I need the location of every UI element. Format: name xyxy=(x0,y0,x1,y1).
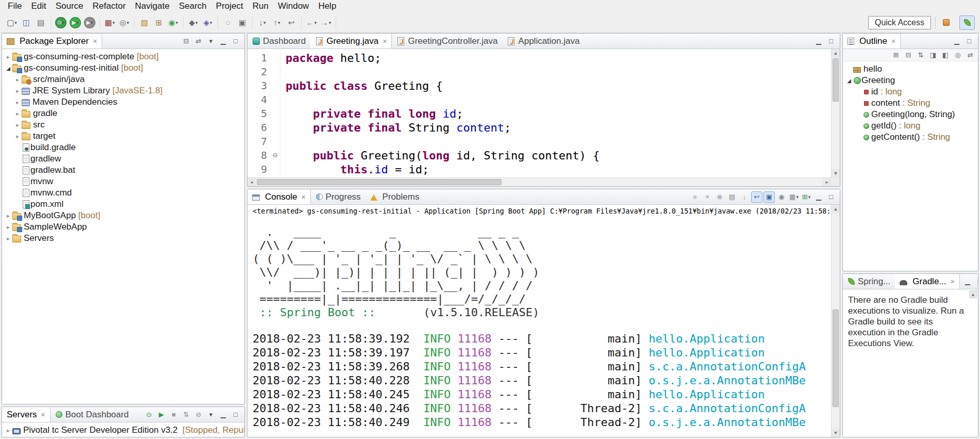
scroll-down-icon[interactable]: ▼ xyxy=(832,429,840,437)
expand-arrow-icon[interactable]: ▸ xyxy=(13,76,22,83)
tree-item[interactable]: ▸SampleWebApp xyxy=(2,221,244,233)
hide-static-icon[interactable]: ◧ xyxy=(940,50,951,61)
editor-horizontal-scrollbar[interactable]: ◂ ▸ xyxy=(247,177,831,186)
tree-item[interactable]: ▸JRE System Library [JavaSE-1.8] xyxy=(2,85,244,96)
menu-help[interactable]: Help xyxy=(313,1,341,12)
profile-button[interactable]: ▶▾ xyxy=(84,17,95,28)
scroll-up-icon[interactable]: ▲ xyxy=(832,205,840,213)
menu-window[interactable]: Window xyxy=(273,1,313,12)
expand-arrow-icon[interactable]: ◢ xyxy=(845,78,853,84)
collapse-all-icon[interactable]: ⊟ xyxy=(903,50,914,61)
tree-item[interactable]: ▸Pivotal tc Server Developer Edition v3.… xyxy=(2,425,244,436)
tab-spring[interactable]: Spring... xyxy=(843,274,895,289)
publish-icon[interactable]: ⇅ xyxy=(180,409,192,420)
remove-all-launches-icon[interactable]: ⊗ xyxy=(714,191,725,203)
debug-server-icon[interactable]: ⊙ xyxy=(143,409,155,420)
tree-item[interactable]: getId() : long xyxy=(843,120,978,132)
print-button[interactable]: ▤ xyxy=(34,16,47,29)
tree-item[interactable]: gradlew xyxy=(2,153,244,165)
hide-non-public-icon[interactable]: ◎ xyxy=(952,50,964,61)
scroll-lock-icon[interactable]: ↓ xyxy=(739,191,750,203)
close-icon[interactable]: × xyxy=(891,37,895,45)
menu-refactor[interactable]: Refactor xyxy=(88,1,130,12)
tab-greeting-java[interactable]: Greeting.java× xyxy=(310,34,392,48)
tab-greetingcontroller-java[interactable]: GreetingController.java xyxy=(392,34,502,48)
menu-file[interactable]: File xyxy=(3,1,26,12)
close-icon[interactable]: × xyxy=(383,37,387,45)
scrollbar-thumb[interactable] xyxy=(257,179,502,185)
scroll-up-icon[interactable]: ▲ xyxy=(969,290,977,298)
quick-access-input[interactable]: Quick Access xyxy=(868,16,931,29)
menu-search[interactable]: Search xyxy=(174,1,211,12)
scroll-left-icon[interactable]: ◂ xyxy=(247,178,256,186)
tab-application-java[interactable]: Application.java xyxy=(502,34,584,48)
sort-icon[interactable]: ⇅ xyxy=(915,50,926,61)
menu-source[interactable]: Source xyxy=(51,1,88,12)
scrollbar-thumb[interactable] xyxy=(833,58,839,102)
clean-icon[interactable]: ⊘ xyxy=(193,409,204,420)
tree-item[interactable]: ▸src/main/java xyxy=(2,74,244,85)
jar-button[interactable]: ◆▾ xyxy=(187,16,200,29)
new-wizard-button[interactable]: ▢▾ xyxy=(5,16,19,29)
tree-item[interactable]: pom.xml xyxy=(2,199,244,210)
run-button[interactable]: ▶▾ xyxy=(70,17,81,28)
external-tools-button[interactable]: ◎▾ xyxy=(118,16,131,29)
new-java-project-button[interactable]: ▨ xyxy=(138,16,151,29)
menu-navigate[interactable]: Navigate xyxy=(130,1,174,12)
expand-arrow-icon[interactable]: ▸ xyxy=(13,110,22,117)
scroll-right-icon[interactable]: ▸ xyxy=(823,178,831,186)
tree-item[interactable]: ▸Servers xyxy=(2,233,244,244)
scroll-up-icon[interactable]: ▲ xyxy=(832,49,840,57)
new-class-button[interactable]: ◉▾ xyxy=(167,16,180,29)
expand-arrow-icon[interactable]: ▸ xyxy=(4,54,12,60)
javaee-perspective-button[interactable] xyxy=(940,15,955,30)
link-with-editor-icon[interactable]: ⇄ xyxy=(193,36,204,47)
clear-console-icon[interactable]: ▤ xyxy=(726,191,738,203)
tree-item[interactable]: hello xyxy=(843,63,978,75)
menu-project[interactable]: Project xyxy=(211,1,248,12)
maximize-icon[interactable]: □ xyxy=(974,276,978,287)
close-icon[interactable]: × xyxy=(301,193,305,201)
javadoc-button[interactable]: ◈▾ xyxy=(201,16,214,29)
terminate-icon[interactable]: ■ xyxy=(689,191,701,203)
close-icon[interactable]: × xyxy=(951,278,955,286)
stop-server-icon[interactable]: ■ xyxy=(168,409,179,420)
tree-item[interactable]: ▸target xyxy=(2,131,244,142)
tree-item[interactable]: getContent() : String xyxy=(843,132,978,143)
start-server-icon[interactable]: ▶ xyxy=(156,409,167,420)
minimize-icon[interactable]: ▁ xyxy=(962,276,973,287)
tab-progress[interactable]: Progress xyxy=(311,189,366,204)
maximize-icon[interactable]: □ xyxy=(230,36,241,47)
tree-item[interactable]: ▸gs-consuming-rest-complete [boot] xyxy=(2,51,244,62)
tree-item[interactable]: ◢gs-consuming-rest-initial [boot] xyxy=(2,62,244,74)
tree-item[interactable]: mvnw.cmd xyxy=(2,187,244,199)
save-button[interactable]: ◫ xyxy=(20,16,33,29)
debug-button[interactable]: ⊙▾ xyxy=(55,17,67,28)
view-menu-icon[interactable]: ▾ xyxy=(205,409,217,420)
tab-gradle[interactable]: Gradle...× xyxy=(895,274,959,289)
search-button[interactable]: ◌ xyxy=(221,16,235,29)
next-annotation-button[interactable]: ↓▾ xyxy=(256,16,269,29)
show-console-on-output-icon[interactable]: ▣ xyxy=(763,191,775,203)
spring-perspective-button[interactable] xyxy=(959,15,975,30)
tree-item[interactable]: id : long xyxy=(843,86,978,97)
scroll-down-icon[interactable]: ▼ xyxy=(832,169,840,177)
minimize-icon[interactable]: ▁ xyxy=(218,409,229,420)
tab-boot-dashboard[interactable]: Boot Dashboard xyxy=(51,407,134,422)
tab-problems[interactable]: Problems xyxy=(366,189,424,204)
tab-servers[interactable]: Servers× xyxy=(2,407,51,422)
close-icon[interactable]: × xyxy=(93,37,97,45)
expand-arrow-icon[interactable]: ▸ xyxy=(13,88,22,94)
tab-package-explorer[interactable]: Package Explorer × xyxy=(2,34,102,48)
minimize-icon[interactable]: ▁ xyxy=(813,36,824,47)
view-menu-icon[interactable]: ▾ xyxy=(205,36,217,47)
pin-console-icon[interactable]: ◉ xyxy=(776,191,787,203)
tree-item[interactable]: ▸src xyxy=(2,119,244,131)
tree-item[interactable]: mvnw xyxy=(2,176,244,187)
expand-all-icon[interactable]: ⊞ xyxy=(890,50,902,61)
scrollbar-thumb[interactable] xyxy=(833,310,839,407)
maximize-icon[interactable]: □ xyxy=(825,191,837,203)
close-icon[interactable]: × xyxy=(41,411,45,419)
console-output[interactable]: <terminated> gs-consuming-rest-initial -… xyxy=(247,205,840,437)
expand-arrow-icon[interactable]: ▸ xyxy=(4,427,12,434)
